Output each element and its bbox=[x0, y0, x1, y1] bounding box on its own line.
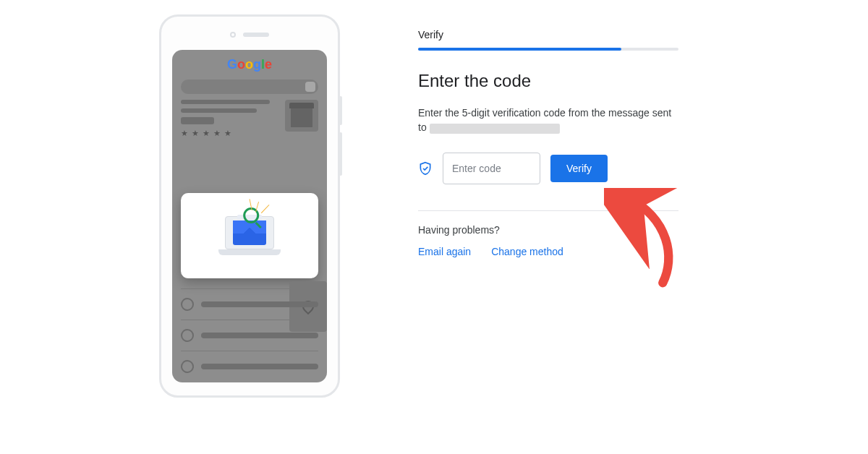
email-card-illustration: ╲ │ ╱ bbox=[181, 193, 318, 278]
placeholder-line bbox=[181, 108, 257, 113]
verify-button[interactable]: Verify bbox=[550, 155, 608, 182]
result-block: ★ ★ ★ ★ ★ bbox=[181, 100, 318, 138]
progress-bar bbox=[418, 48, 621, 51]
magnifier-icon: ╲ │ ╱ bbox=[243, 207, 259, 223]
placeholder-line bbox=[201, 364, 318, 369]
camera-icon bbox=[230, 32, 236, 38]
page-title: Enter the code bbox=[418, 71, 678, 91]
clock-icon bbox=[181, 329, 194, 342]
annotation-arrow-icon bbox=[604, 188, 684, 289]
step-label: Verify bbox=[418, 29, 678, 40]
phone-side-button bbox=[339, 96, 342, 125]
code-row: Enter code Verify bbox=[418, 153, 678, 184]
phone-side-button bbox=[339, 132, 342, 176]
code-input[interactable]: Enter code bbox=[443, 153, 540, 184]
placeholder-line bbox=[201, 301, 318, 307]
google-logo: Google bbox=[172, 50, 327, 77]
code-input-placeholder: Enter code bbox=[452, 163, 501, 174]
placeholder-line bbox=[201, 333, 318, 338]
info-list bbox=[181, 288, 318, 382]
shield-check-icon bbox=[418, 161, 433, 176]
phone-screen: Google ★ ★ ★ ★ ★ bbox=[172, 50, 327, 382]
placeholder-line bbox=[181, 117, 214, 124]
email-again-link[interactable]: Email again bbox=[418, 246, 471, 257]
laptop-icon: ╲ │ ╱ bbox=[218, 216, 281, 255]
redacted-recipient bbox=[430, 124, 560, 134]
phone-notch bbox=[169, 24, 331, 46]
storefront-icon bbox=[285, 100, 318, 132]
phone-icon bbox=[181, 360, 194, 373]
phone-mockup: Google ★ ★ ★ ★ ★ bbox=[159, 14, 340, 398]
speaker-icon bbox=[243, 33, 269, 37]
globe-icon bbox=[181, 298, 194, 311]
rating-stars-icon: ★ ★ ★ ★ ★ bbox=[181, 129, 278, 138]
instruction-text: Enter the 5-digit verification code from… bbox=[418, 106, 678, 135]
progress-track bbox=[418, 48, 678, 51]
envelope-icon bbox=[233, 220, 266, 245]
search-placeholder bbox=[181, 80, 318, 94]
placeholder-line bbox=[181, 100, 270, 104]
change-method-link[interactable]: Change method bbox=[491, 246, 563, 257]
